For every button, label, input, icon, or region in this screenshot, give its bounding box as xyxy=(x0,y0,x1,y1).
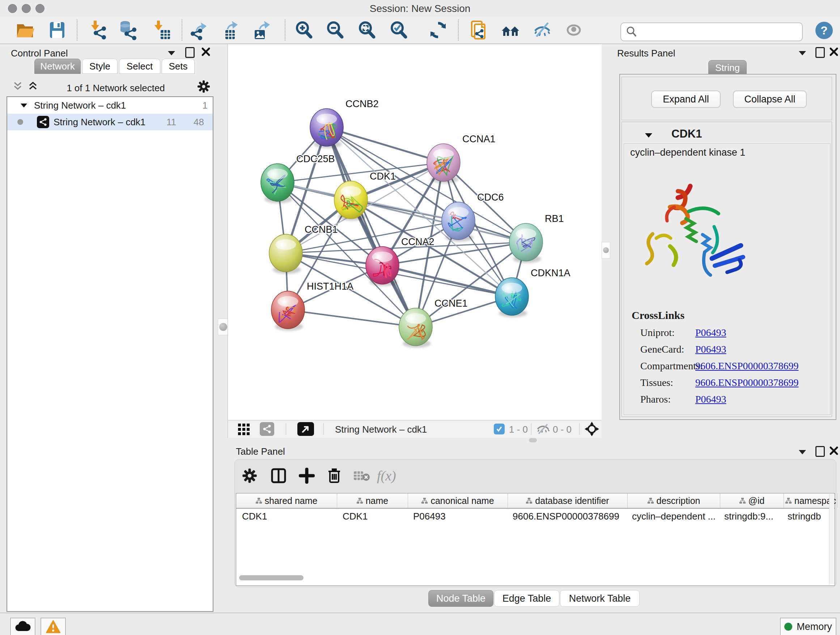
network-edge-CCNB2-CCNE1[interactable] xyxy=(327,127,416,327)
zoom-out-icon[interactable] xyxy=(325,20,345,40)
table-panel-close-icon[interactable] xyxy=(829,446,838,455)
detach-view-icon[interactable] xyxy=(297,422,314,436)
network-node-CDKN1A[interactable] xyxy=(495,278,529,317)
right-splitter-handle[interactable] xyxy=(602,242,610,258)
zoom-fit-icon[interactable] xyxy=(357,20,377,40)
grid-view-icon[interactable] xyxy=(238,424,249,435)
search-input[interactable] xyxy=(638,27,802,37)
protein-collapse-triangle-icon[interactable] xyxy=(645,133,653,138)
crosslink-value-link[interactable]: P06493 xyxy=(695,327,726,339)
tab-style[interactable]: Style xyxy=(82,59,118,74)
export-network-icon[interactable] xyxy=(189,20,210,40)
network-node-CDC25B[interactable] xyxy=(261,164,294,203)
tab-network-table[interactable]: Network Table xyxy=(560,590,639,607)
table-cell[interactable]: CDK1 xyxy=(337,511,407,522)
selected-checkbox-icon[interactable] xyxy=(494,424,505,434)
horizontal-scrollbar[interactable] xyxy=(239,575,303,580)
add-column-icon[interactable] xyxy=(299,468,315,484)
column-header-database-identifier[interactable]: database identifier xyxy=(508,494,628,508)
warnings-button[interactable] xyxy=(41,618,66,635)
table-panel-menu-icon[interactable] xyxy=(798,449,807,455)
network-view-canvas[interactable]: CCNB2CCNA1CDC25BCDK1CDC6RB1CCNB1CCNA2CDK… xyxy=(227,44,602,420)
table-cell[interactable]: stringdb:9... xyxy=(718,511,782,522)
network-node-HIST1H1A[interactable] xyxy=(271,291,305,331)
hidden-elements-eye-icon[interactable] xyxy=(536,423,550,435)
results-panel-menu-icon[interactable] xyxy=(798,50,807,57)
import-table-icon[interactable] xyxy=(151,20,172,40)
horizontal-splitter-handle[interactable] xyxy=(529,438,537,442)
results-panel-close-icon[interactable] xyxy=(829,47,838,57)
network-node-RB1[interactable] xyxy=(509,223,543,263)
results-panel-float-icon[interactable] xyxy=(815,47,825,58)
help-button[interactable]: ? xyxy=(815,22,833,39)
tab-network[interactable]: Network xyxy=(34,59,81,74)
network-node-CCNA2[interactable] xyxy=(366,247,399,286)
table-panel-float-icon[interactable] xyxy=(815,446,825,457)
control-panel-float-icon[interactable] xyxy=(185,47,195,58)
crosslink-value-link[interactable]: P06493 xyxy=(695,344,726,355)
table-cell[interactable]: CDK1 xyxy=(236,511,337,522)
zoom-in-icon[interactable] xyxy=(294,20,314,40)
table-cell[interactable]: 9606.ENSP00000378699 xyxy=(507,511,626,522)
tab-node-table[interactable]: Node Table xyxy=(428,590,493,607)
network-node-CDK1[interactable] xyxy=(334,181,368,220)
expand-all-chevron-icon[interactable] xyxy=(27,81,38,92)
export-table-icon[interactable] xyxy=(220,20,240,40)
control-panel-close-icon[interactable] xyxy=(201,47,210,57)
open-file-icon[interactable] xyxy=(15,20,35,40)
column-header-shared-name[interactable]: shared name xyxy=(236,494,337,508)
refresh-icon[interactable] xyxy=(428,20,448,40)
show-columns-icon[interactable] xyxy=(271,468,286,484)
crosslink-value-link[interactable]: 9606.ENSP00000378699 xyxy=(695,360,798,372)
table-options-gear-icon[interactable] xyxy=(242,468,257,484)
column-header-canonical-name[interactable]: canonical name xyxy=(408,494,508,508)
network-edge-CCNA2-CDKN1A[interactable] xyxy=(382,265,512,296)
tab-edge-table[interactable]: Edge Table xyxy=(494,590,559,607)
collapse-all-chevron-icon[interactable] xyxy=(12,81,23,92)
zoom-selected-icon[interactable] xyxy=(388,20,409,40)
crosslink-value-link[interactable]: 9606.ENSP00000378699 xyxy=(695,377,798,388)
import-network-from-database-icon[interactable] xyxy=(118,20,138,40)
table-cell[interactable]: P06493 xyxy=(407,511,507,522)
memory-button[interactable]: Memory xyxy=(780,618,836,635)
network-node-CCNB2[interactable] xyxy=(310,109,343,148)
vertical-scrollbar[interactable] xyxy=(829,494,834,584)
network-view-mode-icon[interactable] xyxy=(260,422,274,436)
import-network-icon[interactable] xyxy=(88,20,108,40)
network-node-CCNE1[interactable] xyxy=(399,308,432,348)
table-cell[interactable]: stringdb xyxy=(782,511,835,522)
network-node-CDC6[interactable] xyxy=(442,202,475,241)
network-node-CCNA1[interactable] xyxy=(427,144,460,183)
network-tree-root-row[interactable]: String Network – cdk1 1 xyxy=(7,97,213,114)
tab-select[interactable]: Select xyxy=(119,59,160,74)
tab-sets[interactable]: Sets xyxy=(162,59,195,74)
control-panel-menu-icon[interactable] xyxy=(167,50,176,57)
show-all-eye-icon[interactable] xyxy=(564,20,584,40)
delete-column-icon[interactable] xyxy=(326,467,342,484)
collapse-all-button[interactable]: Collapse All xyxy=(733,90,807,108)
cloud-status-button[interactable] xyxy=(10,618,35,635)
expand-all-button[interactable]: Expand All xyxy=(651,90,721,108)
birdseye-crosshair-icon[interactable] xyxy=(584,422,599,436)
export-image-icon[interactable] xyxy=(252,20,272,40)
search-field[interactable] xyxy=(621,22,803,41)
table-cell[interactable]: cyclin–dependent ... xyxy=(626,511,718,522)
column-header-name[interactable]: name xyxy=(337,494,408,508)
delete-table-icon[interactable] xyxy=(353,470,370,481)
save-session-icon[interactable] xyxy=(47,20,67,40)
network-options-gear-icon[interactable] xyxy=(197,80,210,93)
table-row[interactable]: CDK1CDK1P064939606.ENSP00000378699cyclin… xyxy=(236,509,835,524)
network-edge-CCNE1-HIST1H1A[interactable] xyxy=(288,310,416,327)
crosslink-value-link[interactable]: P06493 xyxy=(695,394,726,405)
left-splitter-handle[interactable] xyxy=(218,318,228,335)
column-header-description[interactable]: description xyxy=(628,494,720,508)
network-edge-CCNB2-CCNA1[interactable] xyxy=(327,127,444,163)
network-tree-child-row[interactable]: String Network – cdk1 11 48 xyxy=(7,114,213,130)
string-home-icon[interactable] xyxy=(500,20,521,40)
tree-expand-triangle-icon[interactable] xyxy=(20,103,27,108)
hide-selected-eye-icon[interactable] xyxy=(532,20,553,40)
clipboard-import-icon[interactable] xyxy=(468,20,488,40)
tab-string[interactable]: String xyxy=(708,60,747,75)
function-builder-icon[interactable]: f(x) xyxy=(377,468,396,484)
network-node-CCNB1[interactable] xyxy=(269,234,302,274)
